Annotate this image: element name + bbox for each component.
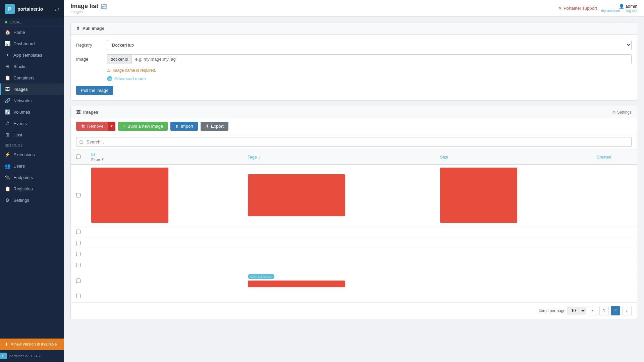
switch-endpoint-icon[interactable]: ⇄ (55, 6, 59, 12)
row-checkbox[interactable] (76, 294, 80, 298)
logo-icon: P (5, 4, 15, 14)
image-prefix: docker.io (107, 54, 131, 64)
images-settings-link[interactable]: ⚙ Settings (612, 110, 632, 115)
sidebar-item-stacks[interactable]: ⊞ Stacks (0, 61, 64, 72)
filter-label: Filter ▾ (91, 157, 237, 162)
sidebar-item-events[interactable]: ⏱ Events (0, 118, 64, 129)
row-created-cell (591, 260, 637, 271)
warning-icon: ⚠ (107, 68, 111, 73)
prev-page-button[interactable]: ‹ (588, 306, 597, 315)
sidebar-item-label: Registries (13, 186, 33, 191)
sidebar-item-label: Extensions (13, 152, 35, 157)
sidebar-item-containers[interactable]: 📋 Containers (0, 72, 64, 83)
images-icon: 🖼 (5, 86, 10, 92)
table-row (71, 165, 637, 227)
select-all-checkbox[interactable] (76, 155, 80, 159)
export-button[interactable]: ⬇ Export (201, 122, 228, 131)
id-column-header[interactable]: Id Filter ▾ (86, 150, 243, 165)
row-created-cell (591, 291, 637, 302)
redacted-tags-bottom (248, 281, 345, 287)
sidebar-item-label: Events (13, 121, 27, 126)
sidebar-item-dashboard[interactable]: 📊 Dashboard (0, 38, 64, 49)
sidebar-item-extensions[interactable]: ⚡ Extensions (0, 149, 64, 160)
row-checkbox[interactable] (76, 279, 80, 283)
row-checkbox[interactable] (76, 193, 80, 197)
table-header-row: Id Filter ▾ Tags ↕ Size (71, 150, 637, 165)
events-icon: ⏱ (5, 121, 10, 126)
user-avatar-icon: 👤 (619, 4, 624, 9)
sidebar-item-label: App Templates (13, 53, 42, 58)
toolbar: 🗑 Remove ▾ + Build a new image ⬆ Import … (71, 118, 637, 134)
pull-image-button[interactable]: Pull the image (76, 86, 113, 95)
row-tags-cell (243, 238, 435, 249)
row-checkbox[interactable] (76, 263, 80, 267)
settings-icon: ⚙ (5, 197, 10, 203)
sidebar-item-label: Images (13, 87, 28, 92)
row-checkbox[interactable] (76, 230, 80, 234)
remove-dropdown-button[interactable]: ▾ (108, 122, 115, 131)
support-icon: ✕ (558, 6, 562, 11)
sidebar-item-host[interactable]: ⊞ Host (0, 129, 64, 140)
sidebar-item-label: Home (13, 30, 25, 35)
row-id-cell (86, 291, 243, 302)
sidebar-item-images[interactable]: 🖼 Images (0, 83, 64, 95)
row-size-cell (435, 271, 591, 291)
log-out-link[interactable]: log out (626, 9, 637, 13)
import-button[interactable]: ⬆ Import (170, 122, 198, 131)
row-size-cell (435, 260, 591, 271)
row-created-cell (591, 165, 637, 227)
sidebar-nav: 🏠 Home 📊 Dashboard ✈ App Templates ⊞ Sta… (0, 26, 64, 339)
home-icon: 🏠 (5, 29, 10, 35)
page-title-text: Image list (70, 3, 98, 10)
tags-column-header[interactable]: Tags ↕ (243, 150, 435, 165)
page-2-button[interactable]: 2 (611, 306, 620, 315)
next-page-button[interactable]: › (622, 306, 632, 315)
images-title-text: Images (83, 110, 98, 115)
support-button[interactable]: ✕ Portainer support (558, 6, 597, 11)
id-col-label: Id (91, 153, 95, 157)
row-checkbox-cell (71, 260, 86, 271)
version-logo: P (0, 353, 7, 359)
created-column-header[interactable]: Created (591, 150, 637, 165)
row-size-cell (435, 249, 591, 260)
image-input[interactable] (131, 54, 632, 64)
table-row (71, 249, 637, 260)
stacks-icon: ⊞ (5, 64, 10, 69)
sidebar-item-app-templates[interactable]: ✈ App Templates (0, 49, 64, 61)
row-checkbox[interactable] (76, 241, 80, 245)
sidebar-item-settings[interactable]: ⚙ Settings (0, 194, 64, 206)
sidebar-item-users[interactable]: 👥 Users (0, 160, 64, 172)
remove-button[interactable]: 🗑 Remove (76, 122, 108, 131)
user-info: 👤 admin (619, 4, 637, 9)
new-version-banner[interactable]: ⬇ A new version is available (0, 339, 64, 350)
registry-select[interactable]: DockerHub (107, 40, 632, 50)
dashboard-icon: 📊 (5, 41, 10, 46)
registries-icon: 📋 (5, 186, 10, 191)
refresh-icon[interactable]: 🔄 (101, 4, 107, 9)
ubuntu-tag-badge: ubuntu:latest (248, 274, 274, 279)
row-checkbox-cell (71, 249, 86, 260)
env-name: LOCAL (9, 20, 21, 24)
host-icon: ⊞ (5, 132, 10, 137)
row-checkbox[interactable] (76, 252, 80, 256)
content-area: ⬆ Pull image Registry DockerHub Image do… (64, 17, 644, 362)
page-1-button[interactable]: 1 (599, 306, 609, 315)
import-label: Import (181, 124, 193, 129)
items-per-page-select[interactable]: 10 25 50 100 (568, 307, 586, 314)
registry-label: Registry (76, 43, 103, 48)
row-checkbox-cell (71, 291, 86, 302)
my-account-link[interactable]: my account (601, 9, 620, 13)
advanced-mode-link[interactable]: 🌐 Advanced mode (107, 76, 632, 81)
sidebar-item-registries[interactable]: 📋 Registries (0, 183, 64, 194)
plus-icon: + (123, 124, 125, 129)
build-image-button[interactable]: + Build a new image (118, 122, 168, 131)
export-label: Export (211, 124, 224, 129)
filter-text: Filter (91, 158, 100, 162)
sidebar-item-endpoints[interactable]: 🔌 Endpoints (0, 172, 64, 183)
sidebar-item-networks[interactable]: 🔗 Networks (0, 95, 64, 106)
search-input[interactable] (76, 137, 632, 147)
sidebar-item-home[interactable]: 🏠 Home (0, 26, 64, 38)
size-column-header[interactable]: Size (435, 150, 591, 165)
sidebar-item-volumes[interactable]: 🔄 Volumes (0, 106, 64, 118)
row-id-cell (86, 238, 243, 249)
